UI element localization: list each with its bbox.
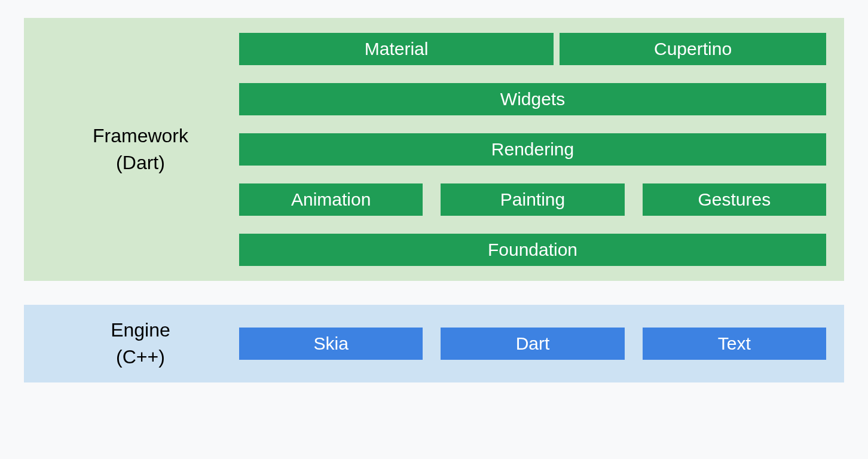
engine-section: Engine (C++) Skia Dart Text — [24, 305, 844, 382]
framework-row-rendering: Rendering — [239, 133, 826, 166]
engine-label-line1: Engine — [42, 317, 239, 344]
rendering-box: Rendering — [239, 133, 826, 166]
framework-section: Framework (Dart) Material Cupertino Widg… — [24, 18, 844, 281]
gestures-box: Gestures — [643, 183, 826, 216]
framework-row-middle: Animation Painting Gestures — [239, 183, 826, 216]
widgets-box: Widgets — [239, 83, 826, 115]
animation-box: Animation — [239, 183, 423, 216]
framework-label-line1: Framework — [42, 123, 239, 149]
text-box: Text — [643, 328, 826, 360]
framework-label-line2: (Dart) — [42, 149, 239, 176]
engine-label: Engine (C++) — [42, 317, 239, 371]
framework-content: Material Cupertino Widgets Rendering Ani… — [239, 33, 826, 266]
skia-box: Skia — [239, 328, 423, 360]
foundation-box: Foundation — [239, 234, 826, 266]
framework-row-foundation: Foundation — [239, 234, 826, 266]
material-box: Material — [239, 33, 554, 65]
engine-row: Skia Dart Text — [239, 328, 826, 360]
framework-row-top: Material Cupertino — [239, 33, 826, 65]
cupertino-box: Cupertino — [560, 33, 826, 65]
framework-label: Framework (Dart) — [42, 123, 239, 176]
engine-content: Skia Dart Text — [239, 328, 826, 360]
framework-row-widgets: Widgets — [239, 83, 826, 115]
painting-box: Painting — [441, 183, 624, 216]
engine-label-line2: (C++) — [42, 344, 239, 371]
dart-box: Dart — [441, 328, 624, 360]
